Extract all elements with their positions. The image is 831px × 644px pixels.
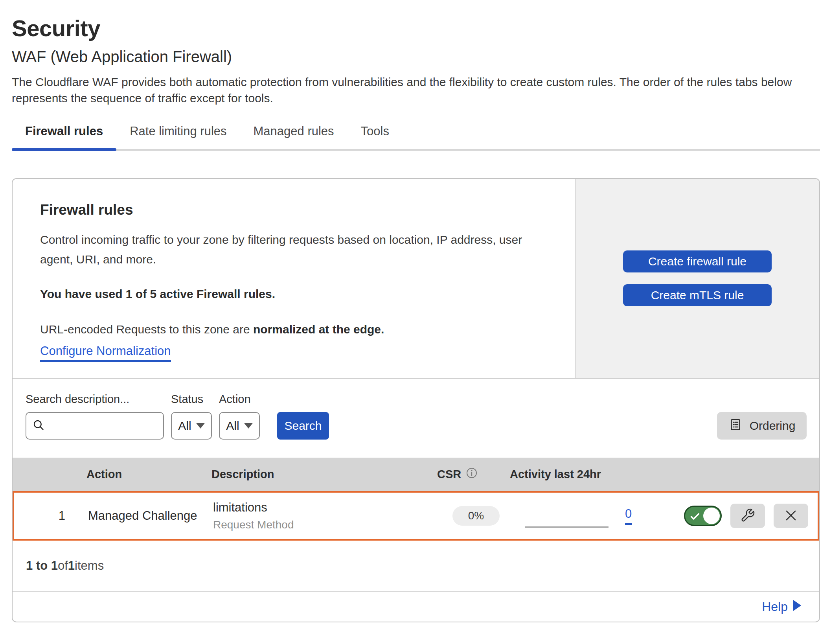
page-title: Security bbox=[12, 16, 820, 41]
header-action: Action bbox=[75, 468, 201, 481]
tab-label: Rate limiting rules bbox=[130, 124, 226, 138]
search-label: Search description... bbox=[26, 393, 164, 406]
action-select-value: All bbox=[226, 419, 239, 432]
configure-normalization-link[interactable]: Configure Normalization bbox=[40, 344, 171, 362]
pagination-summary: 1 to 1 of 1 items bbox=[13, 541, 819, 592]
tab-label: Firewall rules bbox=[25, 124, 103, 138]
security-waf-page: Security WAF (Web Application Firewall) … bbox=[0, 16, 831, 622]
header-description: Description bbox=[201, 468, 437, 481]
create-firewall-rule-button[interactable]: Create firewall rule bbox=[623, 250, 772, 272]
toggle-knob bbox=[703, 508, 720, 524]
info-icon[interactable] bbox=[466, 467, 478, 482]
tab-firewall-rules[interactable]: Firewall rules bbox=[12, 124, 116, 149]
ordering-button[interactable]: Ordering bbox=[717, 412, 807, 440]
normalization-note: URL-encoded Requests to this zone are no… bbox=[40, 323, 551, 336]
status-select[interactable]: All bbox=[171, 412, 212, 440]
action-label: Action bbox=[219, 393, 260, 406]
rule-order: 1 bbox=[14, 509, 77, 523]
normalization-note-bold: normalized at the edge. bbox=[253, 323, 384, 336]
action-filter-group: Action All bbox=[219, 393, 260, 440]
section-description: Control incoming traffic to your zone by… bbox=[40, 230, 551, 269]
status-filter-group: Status All bbox=[171, 393, 212, 440]
action-select[interactable]: All bbox=[219, 412, 260, 440]
actions-panel: Create firewall rule Create mTLS rule bbox=[575, 179, 819, 378]
tab-label: Tools bbox=[361, 124, 389, 138]
csr-badge: 0% bbox=[452, 506, 500, 526]
rule-enabled-toggle[interactable] bbox=[684, 506, 722, 526]
pagination-total: 1 bbox=[68, 559, 75, 573]
chevron-down-icon bbox=[196, 423, 205, 429]
search-input[interactable] bbox=[49, 419, 158, 433]
page-subtitle: WAF (Web Application Firewall) bbox=[12, 47, 820, 66]
check-icon bbox=[689, 512, 700, 521]
firewall-rules-card: Firewall rules Control incoming traffic … bbox=[12, 178, 820, 622]
activity-sparkline bbox=[525, 504, 609, 528]
normalization-note-prefix: URL-encoded Requests to this zone are bbox=[40, 323, 253, 336]
search-filter-group: Search description... bbox=[26, 393, 164, 440]
overview-text-panel: Firewall rules Control incoming traffic … bbox=[13, 179, 575, 378]
help-arrow-icon bbox=[792, 600, 802, 614]
activity-count-link[interactable]: 0 bbox=[625, 507, 632, 525]
search-icon bbox=[32, 418, 45, 433]
rule-activity-cell: 0 bbox=[509, 504, 671, 528]
header-activity: Activity last 24hr bbox=[508, 468, 669, 481]
status-select-value: All bbox=[178, 419, 191, 432]
header-csr: CSR bbox=[437, 467, 508, 482]
help-link[interactable]: Help bbox=[762, 600, 802, 614]
rule-controls-cell bbox=[671, 504, 818, 528]
rule-table-row[interactable]: 1 Managed Challenge limitations Request … bbox=[13, 491, 819, 541]
tab-label: Managed rules bbox=[254, 124, 334, 138]
tab-managed-rules[interactable]: Managed rules bbox=[240, 124, 347, 149]
wrench-icon bbox=[740, 508, 755, 524]
create-mtls-rule-button[interactable]: Create mTLS rule bbox=[623, 284, 772, 306]
search-button[interactable]: Search bbox=[277, 412, 329, 440]
edit-rule-button[interactable] bbox=[730, 504, 765, 528]
rules-table-header: Action Description CSR Activity last 24h… bbox=[13, 458, 819, 491]
search-box bbox=[26, 412, 164, 440]
page-description: The Cloudflare WAF provides both automat… bbox=[12, 74, 820, 106]
usage-summary: You have used 1 of 5 active Firewall rul… bbox=[40, 287, 551, 301]
delete-rule-button[interactable] bbox=[774, 504, 808, 528]
section-heading: Firewall rules bbox=[40, 202, 551, 218]
pagination-of: of bbox=[58, 559, 68, 573]
tab-rate-limiting-rules[interactable]: Rate limiting rules bbox=[116, 124, 240, 149]
filter-bar: Search description... Status All Action bbox=[13, 379, 819, 458]
rule-description: limitations bbox=[213, 500, 439, 515]
firewall-rules-overview: Firewall rules Control incoming traffic … bbox=[13, 179, 819, 379]
rule-csr-cell: 0% bbox=[439, 506, 509, 526]
tab-tools[interactable]: Tools bbox=[347, 124, 403, 149]
pagination-range: 1 to 1 bbox=[26, 559, 58, 573]
rule-action: Managed Challenge bbox=[77, 509, 203, 523]
waf-tabbar: Firewall rules Rate limiting rules Manag… bbox=[12, 124, 820, 151]
status-label: Status bbox=[171, 393, 212, 406]
help-link-label: Help bbox=[762, 600, 788, 614]
help-row: Help bbox=[13, 592, 819, 622]
chevron-down-icon bbox=[244, 423, 253, 429]
rule-expression: Request Method bbox=[213, 519, 439, 531]
ordering-button-label: Ordering bbox=[750, 419, 796, 432]
header-csr-label: CSR bbox=[437, 468, 461, 481]
pagination-items: items bbox=[75, 559, 104, 573]
rule-description-cell: limitations Request Method bbox=[203, 500, 439, 531]
close-icon bbox=[783, 508, 798, 524]
ordering-list-icon bbox=[728, 418, 743, 434]
